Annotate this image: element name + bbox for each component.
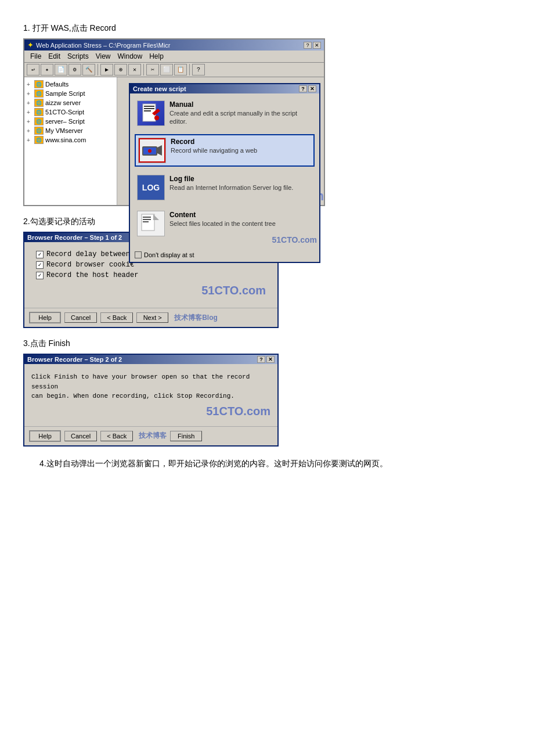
recorder1-footer-watermark: 技术博客Blog — [174, 313, 218, 323]
recorder1-next-button[interactable]: Next > — [136, 312, 168, 323]
logfile-title: Log file — [169, 175, 312, 183]
tree-item-defaults[interactable]: + 🌐 Defaults — [27, 80, 114, 89]
dialog-help-btn[interactable]: ? — [299, 85, 307, 92]
tree-item-aizzw[interactable]: + 🌐 aizzw server — [27, 98, 114, 107]
recorder2-body: Click Finish to have your browser open s… — [24, 364, 277, 423]
recorder2-back-button[interactable]: < Back — [100, 431, 133, 441]
toolbar-sep1 — [98, 64, 98, 75]
tree-label-defaults: Defaults — [45, 81, 68, 88]
create-script-body: Manual Create and edit a script manually… — [130, 93, 319, 249]
tree-item-sina[interactable]: + 🌐 www.sina.com — [27, 135, 114, 145]
tree-item-51cto[interactable]: + 🌐 51CTO-Script — [27, 107, 114, 117]
manual-desc: Create and edit a script manually in the… — [169, 109, 312, 126]
record-desc: Record while navigating a web — [171, 146, 311, 154]
was-window: ✦ Web Application Stress – C:\Program Fi… — [23, 38, 325, 206]
tree-plus-vmserver: + — [27, 128, 33, 134]
toolbar-sep3 — [189, 64, 190, 75]
menu-help[interactable]: Help — [146, 52, 167, 61]
svg-rect-13 — [143, 219, 151, 220]
recorder2-finish-button[interactable]: Finish — [170, 431, 202, 441]
recorder1-help-button[interactable]: Help — [29, 312, 61, 323]
step4-text: 4.这时自动弹出一个浏览器新窗口，即开始记录你的浏览的内容。这时开始访问你要测试… — [23, 457, 511, 471]
toolbar-btn-hammer[interactable]: 🔨 — [82, 64, 95, 75]
was-main-content: Create new script ? ✕ — [117, 77, 324, 205]
was-help-btn[interactable]: ? — [304, 42, 312, 49]
content-desc: Select files located in the content tree — [169, 219, 312, 228]
toolbar-btn-help[interactable]: ? — [192, 64, 205, 75]
option-content[interactable]: Content Select files located in the cont… — [135, 208, 315, 239]
create-script-title: Create new script — [133, 85, 186, 92]
dialog-close-btn[interactable]: ✕ — [308, 85, 316, 92]
toolbar-btn-play[interactable]: ▶ — [100, 64, 113, 75]
content-icon — [137, 211, 165, 236]
manual-title: Manual — [169, 100, 312, 109]
svg-rect-12 — [143, 217, 151, 218]
toolbar-btn-doc[interactable]: 📄 — [55, 64, 67, 75]
recorder2-title: Browser Recorder – Step 2 of 2 — [27, 356, 122, 363]
option-manual[interactable]: Manual Create and edit a script manually… — [135, 98, 315, 128]
toolbar-btn-stop[interactable]: ⊗ — [114, 64, 127, 75]
create-script-titlebar: Create new script ? ✕ — [130, 84, 319, 93]
tree-item-sample[interactable]: + 🌐 Sample Script — [27, 89, 114, 98]
toolbar-btn-x[interactable]: ✕ — [128, 64, 141, 75]
recorder2-help-btn[interactable]: ? — [257, 356, 265, 363]
menu-window[interactable]: Window — [114, 52, 146, 61]
record-text: Record Record while navigating a web — [171, 138, 311, 154]
tree-plus-defaults: + — [27, 81, 33, 88]
tree-icon-server: 🌐 — [34, 117, 44, 125]
recorder2-cancel-button[interactable]: Cancel — [64, 431, 97, 441]
checkbox-host[interactable] — [36, 272, 44, 279]
menu-scripts[interactable]: Scripts — [64, 52, 92, 61]
recorder2-close-btn[interactable]: ✕ — [266, 356, 275, 363]
option-record[interactable]: Record Record while navigating a web — [135, 134, 315, 167]
recorder2-help-button[interactable]: Help — [29, 430, 61, 442]
menu-edit[interactable]: Edit — [45, 52, 64, 61]
checkbox-cookie[interactable] — [36, 261, 44, 269]
manual-icon — [137, 100, 165, 126]
dont-display-checkbox[interactable] — [135, 251, 142, 258]
svg-rect-14 — [143, 221, 149, 222]
tree-icon-aizzw: 🌐 — [34, 99, 44, 107]
option-logfile[interactable]: LOG Log file Read an Internet Informatio… — [135, 172, 315, 203]
step3-label: 3.点击 Finish — [23, 339, 511, 349]
tree-plus-sample: + — [27, 91, 33, 97]
recorder1-footer: Help Cancel < Back Next > 技术博客Blog — [24, 308, 277, 327]
recorder2-title-btns: ? ✕ — [257, 356, 275, 363]
tree-icon-vmserver: 🌐 — [34, 127, 44, 135]
tree-label-vmserver: My VMserver — [45, 127, 83, 134]
was-body: + 🌐 Defaults + 🌐 Sample Script + 🌐 aizzw… — [24, 77, 324, 205]
tree-plus-51cto: + — [27, 109, 33, 116]
logfile-desc: Read an Internet Information Server log … — [169, 183, 312, 192]
tree-item-vmserver[interactable]: + 🌐 My VMserver — [27, 126, 114, 135]
tree-plus-sina: + — [27, 137, 33, 143]
manual-text: Manual Create and edit a script manually… — [169, 100, 312, 126]
menu-file[interactable]: File — [27, 52, 45, 61]
recorder2-footer: Help Cancel < Back 技术博客 Finish — [24, 426, 277, 445]
tree-item-server[interactable]: + 🌐 server– Script — [27, 117, 114, 126]
was-titlebar: ✦ Web Application Stress – C:\Program Fi… — [24, 39, 324, 51]
toolbar-btn-gear[interactable]: ⚙ — [68, 64, 81, 75]
checkbox-delay[interactable] — [36, 251, 44, 258]
was-titlebar-buttons: ? ✕ — [304, 42, 321, 49]
logfile-icon: LOG — [137, 175, 165, 200]
recorder2-body-text2: can begin. When done recording, click St… — [31, 391, 270, 401]
recorder1-back-button[interactable]: < Back — [100, 312, 133, 323]
check-label-host: Record the host header — [46, 271, 138, 279]
tree-icon-51cto: 🌐 — [34, 108, 44, 116]
record-icon — [138, 138, 166, 163]
toolbar-btn-paste[interactable]: 📋 — [174, 64, 187, 75]
toolbar-btn-copy[interactable]: ⬜ — [160, 64, 173, 75]
recorder1-cancel-button[interactable]: Cancel — [64, 312, 97, 323]
record-title: Record — [171, 138, 311, 146]
recorder2-titlebar: Browser Recorder – Step 2 of 2 ? ✕ — [24, 355, 277, 364]
toolbar-btn-star[interactable]: ✦ — [41, 64, 53, 75]
toolbar-btn-back[interactable]: ↩ — [27, 64, 39, 75]
svg-rect-2 — [144, 108, 154, 109]
was-close-btn[interactable]: ✕ — [313, 42, 321, 49]
toolbar-btn-cut[interactable]: ✂ — [146, 64, 159, 75]
content-text: Content Select files located in the cont… — [169, 211, 312, 228]
menu-view[interactable]: View — [92, 52, 114, 61]
svg-point-5 — [154, 116, 159, 120]
check-row-host: Record the host header — [36, 271, 266, 279]
dont-display-label: Don't display at st — [144, 251, 194, 258]
